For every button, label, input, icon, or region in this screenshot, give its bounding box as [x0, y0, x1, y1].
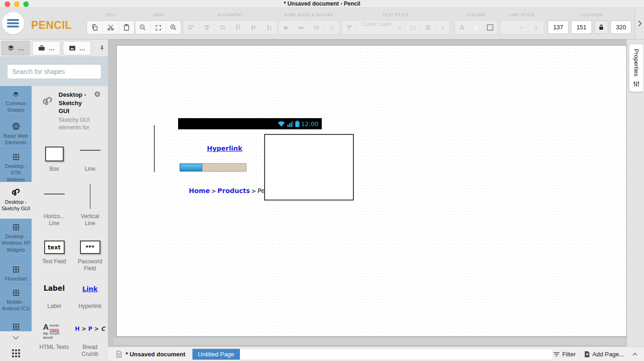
shape-label[interactable]: Label Label: [36, 281, 72, 310]
bold-button[interactable]: B: [420, 21, 435, 34]
collection-mobile-android[interactable]: Mobile - Android ICS: [0, 284, 32, 318]
close-window-button[interactable]: [5, 1, 10, 7]
shape-search-input[interactable]: [7, 64, 101, 79]
text-color-button[interactable]: A: [455, 21, 469, 34]
collection-flowchart[interactable]: Flowchart: [0, 261, 32, 284]
hyperlink-shape[interactable]: Hyperlink: [207, 145, 242, 152]
traffic-lights: [5, 1, 29, 7]
zoom-in-icon: [170, 24, 177, 31]
layers-icon: [0, 91, 32, 98]
collections-scroll-down-button[interactable]: [0, 336, 32, 340]
pin-icon: [99, 45, 106, 52]
distribute-icon: [328, 24, 335, 31]
align-middle-button[interactable]: [246, 21, 261, 34]
same-width-button[interactable]: [279, 21, 293, 34]
shape-bread-crumb[interactable]: H > P > C Bread Crumb: [72, 318, 108, 358]
stroke-color-icon: [487, 24, 493, 31]
collapse-pages-button[interactable]: [632, 353, 637, 356]
grid-icon: [0, 323, 32, 331]
shape-line[interactable]: Line: [72, 139, 108, 173]
align-left-icon: [187, 24, 195, 31]
align-middle-icon: [250, 24, 257, 31]
grid-icon: [0, 289, 32, 297]
label-preview: Label: [44, 284, 65, 293]
bread-crumb-preview: H > P > C: [75, 326, 105, 332]
distribute-button[interactable]: [324, 21, 339, 34]
lock-ratio-button[interactable]: [594, 20, 608, 34]
box-shape[interactable]: [264, 134, 354, 201]
fit-screen-icon: [155, 24, 162, 31]
align-top-button[interactable]: [230, 21, 246, 34]
all-collections-button[interactable]: [12, 349, 20, 357]
same-spacing-button[interactable]: [309, 21, 324, 34]
shape-html-texts[interactable]: Amundu magna dap. horryfix abocdit HTML …: [36, 318, 72, 358]
align-left-button[interactable]: [184, 21, 199, 34]
location-x-input[interactable]: [548, 20, 569, 34]
collection-desktop-sketchy[interactable]: Desktop - Sketchy GUI: [0, 182, 32, 219]
sidebar-tabs: ... ... ...: [0, 40, 108, 56]
sidebar: ... ... ... Common Shapes: [0, 40, 108, 361]
font-family-select[interactable]: Comic Sans ...: [356, 21, 405, 34]
cut-button[interactable]: [102, 21, 118, 34]
collection-partial[interactable]: [0, 318, 32, 331]
align-center-button[interactable]: [199, 21, 215, 34]
paste-button[interactable]: [119, 21, 134, 34]
zoom-out-icon: [139, 24, 146, 31]
add-page-button[interactable]: Add Page...: [584, 351, 624, 358]
align-center-icon: [203, 24, 211, 31]
vertical-line-preview: [90, 184, 91, 209]
copy-button[interactable]: [87, 21, 102, 34]
pencil-app: * Unsaved document - Pencil PENCIL EDIT …: [0, 0, 644, 361]
collection-desktop-winxp[interactable]: Desktop - Windows XP Widgets: [0, 219, 32, 261]
main-menu-button[interactable]: [2, 12, 24, 34]
lock-icon: [598, 24, 604, 31]
location-width-input[interactable]: [611, 20, 631, 34]
page-tab-untitled[interactable]: Untitled Page: [193, 349, 240, 360]
stroke-color-button[interactable]: [483, 21, 497, 34]
shape-password-field[interactable]: *** Password Field: [72, 234, 108, 272]
same-height-button[interactable]: [293, 21, 309, 34]
format-painter-button[interactable]: [342, 21, 356, 34]
location-y-input[interactable]: [571, 20, 592, 34]
tab-shapes[interactable]: ...: [1, 41, 30, 55]
horizontal-scrollbar[interactable]: [113, 337, 626, 346]
tab-tools[interactable]: ...: [32, 41, 60, 55]
shape-horizontal-line[interactable]: Horizo... Line: [36, 179, 72, 227]
toolbar-section-alignment: ALIGNMENT: [183, 13, 277, 34]
collection-desktop-gtk[interactable]: Desktop - GTK Widgets: [0, 148, 32, 182]
shape-hyperlink[interactable]: Link Hyperlink: [72, 281, 108, 310]
properties-panel-tab[interactable]: Properties: [629, 44, 643, 92]
document-name: * Unsaved document: [126, 351, 186, 358]
align-bottom-button[interactable]: [261, 21, 277, 34]
zoom-fit-button[interactable]: [150, 21, 166, 34]
section-label-same-sizes: SAME SIZES & SPACES: [278, 13, 339, 17]
breadcrumb-shape[interactable]: Home>Products>Pencil: [189, 187, 277, 194]
canvas-page[interactable]: 12:00 Hyperlink Home>Products>Pencil: [116, 45, 627, 337]
fill-color-button[interactable]: [469, 21, 483, 34]
vertical-line-shape[interactable]: [154, 125, 155, 172]
gear-icon[interactable]: ⚙: [94, 91, 105, 115]
align-right-button[interactable]: [214, 21, 230, 34]
shape-vertical-line[interactable]: Vertical Line: [72, 179, 108, 227]
filter-button[interactable]: Filter: [553, 351, 576, 358]
zoom-out-button[interactable]: [135, 21, 150, 34]
font-size-input[interactable]: 12: [405, 21, 420, 34]
toolbar-section-edit: EDIT: [86, 13, 135, 34]
pin-sidebar-button[interactable]: [96, 41, 108, 55]
progress-bar-shape[interactable]: [179, 163, 246, 172]
toolbar-section-text-style: TEXT STYLE Comic Sans ... 12 B I: [342, 13, 450, 34]
line-style-select[interactable]: [501, 21, 528, 34]
collection-common-shapes[interactable]: Common Shapes: [0, 86, 32, 117]
toolbar-expand-button[interactable]: [635, 8, 644, 39]
align-right-icon: [219, 24, 226, 31]
collection-basic-web-elements[interactable]: Basic Web Elements: [0, 117, 32, 148]
shape-text-field[interactable]: text Text Field: [36, 234, 72, 272]
minimize-window-button[interactable]: [14, 1, 20, 7]
line-weight-input[interactable]: 1: [528, 21, 544, 34]
shape-box[interactable]: Box: [36, 139, 72, 173]
android-status-bar-shape[interactable]: 12:00: [178, 118, 322, 129]
italic-button[interactable]: I: [435, 21, 450, 34]
zoom-in-button[interactable]: [166, 21, 181, 34]
zoom-window-button[interactable]: [23, 1, 29, 7]
tab-images[interactable]: ...: [63, 41, 91, 55]
